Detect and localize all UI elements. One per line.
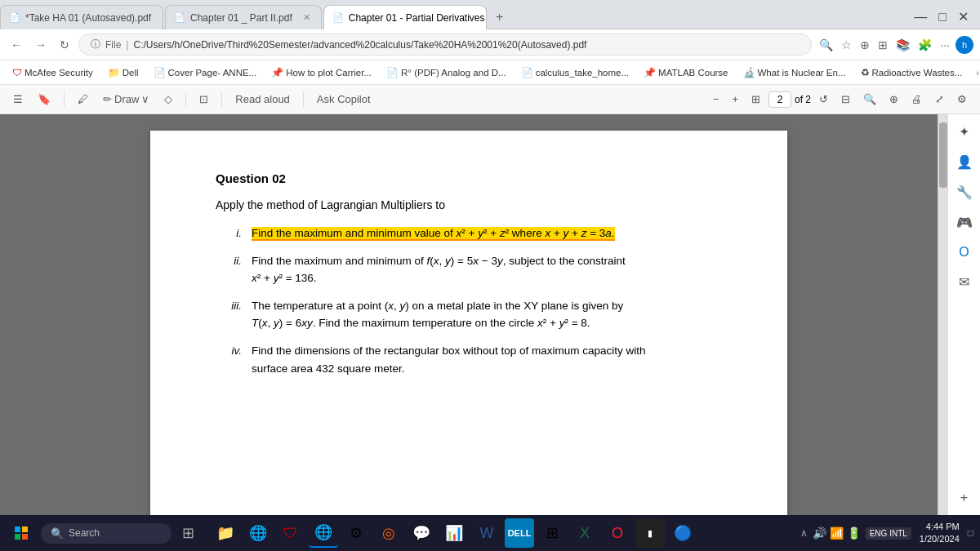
file-protocol: File <box>105 39 121 51</box>
sidebar-games-icon[interactable]: 🎮 <box>953 211 976 233</box>
tray-icon-1[interactable]: 🔊 <box>813 527 826 540</box>
system-clock[interactable]: 4:44 PM 1/20/2024 <box>916 521 963 546</box>
sidebar-tools-icon[interactable]: 🔧 <box>953 181 976 203</box>
taskbar-whatsapp: 💬 <box>407 518 436 548</box>
minimize-button[interactable]: — <box>909 8 932 26</box>
read-mode-icon[interactable]: ⊕ <box>858 36 872 54</box>
scrollbar-thumb[interactable] <box>939 122 947 188</box>
tray-battery-icon[interactable]: 🔋 <box>847 527 861 540</box>
origin-task-btn[interactable]: ◎ <box>374 518 403 548</box>
extensions-icon[interactable]: 🧩 <box>915 36 934 54</box>
sidebar-copilot-icon[interactable]: ✦ <box>956 121 973 143</box>
sidebar-outlook-icon[interactable]: O <box>956 242 972 263</box>
show-hidden-icons-btn[interactable]: ∧ <box>800 527 808 539</box>
taskbar-opera: O <box>603 518 632 548</box>
full-screen-btn[interactable]: ⊕ <box>884 91 903 108</box>
excel-task-btn[interactable]: X <box>570 518 599 548</box>
browser-tabs-icon[interactable]: ⊞ <box>875 36 890 54</box>
tab-close-btn[interactable]: ✕ <box>159 11 163 24</box>
taskbar-chrome: 🔵 <box>668 518 697 548</box>
eraser-btn[interactable]: ◇ <box>159 91 177 108</box>
zoom-out-btn[interactable]: − <box>708 91 724 108</box>
collections-icon[interactable]: 📚 <box>893 36 912 54</box>
question-title: Question 02 <box>216 171 722 185</box>
rotate-btn[interactable]: ⊟ <box>836 91 855 108</box>
tray-wifi-icon[interactable]: 📶 <box>830 527 844 540</box>
ask-copilot-btn[interactable]: Ask Copilot <box>312 91 376 108</box>
sidebar-email-icon[interactable]: ✉ <box>956 271 973 293</box>
more-actions-btn[interactable]: ⤢ <box>930 91 949 108</box>
bookmark-carrier-label: How to plot Carrier... <box>286 68 372 78</box>
tab-take-ha[interactable]: 📄 *Take HA 01 (Autosaved).pdf ✕ <box>0 5 163 29</box>
start-button[interactable] <box>7 518 36 548</box>
search-pdf-btn[interactable]: 🔍 <box>858 91 881 108</box>
prev-page-btn[interactable]: ↺ <box>814 91 833 108</box>
task-view-btn[interactable]: ⊞ <box>173 518 203 548</box>
pdf-viewer[interactable]: Question 02 Apply the method of Lagrangi… <box>0 114 938 515</box>
q-text-iii: The temperature at a point (x, y) on a m… <box>252 297 722 332</box>
maximize-button[interactable]: □ <box>933 8 951 26</box>
highlight-btn[interactable]: 🖊 <box>73 91 93 108</box>
bookmarks-more-btn[interactable]: › <box>971 66 980 79</box>
sidebar-discover-icon[interactable]: 👤 <box>953 151 976 173</box>
grid-task-btn[interactable]: ⊞ <box>537 518 567 548</box>
tab-chapter01-partial[interactable]: 📄 Chapter 01 - Partial Derivatives - ✕ <box>323 5 487 29</box>
refresh-button[interactable]: ↻ <box>56 36 74 54</box>
scrollbar-track[interactable] <box>938 114 947 515</box>
zoom-in-btn[interactable]: + <box>727 91 743 108</box>
menu-toggle-btn[interactable]: ☰ <box>8 91 28 108</box>
tab-close-btn-2[interactable]: ✕ <box>301 11 313 24</box>
url-bar[interactable]: ⓘ File | C:/Users/h/OneDrive/Third%20Sem… <box>78 33 812 56</box>
text-select-btn[interactable]: ⊡ <box>194 91 213 108</box>
svg-rect-1 <box>22 527 28 532</box>
page-number-input[interactable] <box>768 91 791 108</box>
print-btn[interactable]: 🖨 <box>906 91 927 108</box>
settings-pdf-btn[interactable]: ⚙ <box>952 91 972 108</box>
bookmark-nuclear[interactable]: 🔬 What is Nuclear En... <box>737 65 852 80</box>
bookmark-cover[interactable]: 📄 Cover Page- ANNE... <box>148 65 263 80</box>
word-task-btn[interactable]: W <box>472 518 501 548</box>
bookmark-radioactive[interactable]: ♻ Radioactive Wastes... <box>855 65 969 80</box>
mcafee-task-btn[interactable]: 🛡 <box>276 518 305 548</box>
edge-browser-btn[interactable]: 🌐 <box>243 518 273 548</box>
bookmark-calculus[interactable]: 📄 calculus_take_home... <box>515 65 635 80</box>
bookmark-carrier[interactable]: 📌 How to plot Carrier... <box>265 65 377 80</box>
tab-chapter01-part2[interactable]: 📄 Chapter 01 _ Part II.pdf ✕ <box>165 5 322 29</box>
taskbar-powerpoint: 📊 <box>439 518 469 548</box>
taskbar-edge2: 🌐 <box>309 518 338 548</box>
settings-task-btn[interactable]: ⚙ <box>341 518 371 548</box>
notification-btn[interactable]: □ <box>968 527 973 539</box>
language-badge[interactable]: ENG INTL <box>866 527 911 540</box>
file-explorer-btn[interactable]: 📁 <box>211 518 240 548</box>
close-window-button[interactable]: ✕ <box>953 7 973 26</box>
taskbar-black: ▮ <box>635 518 665 548</box>
fit-page-btn[interactable]: ⊞ <box>746 91 765 108</box>
bookmark-pdf-analog[interactable]: 📄 R° (PDF) Analog and D... <box>381 65 512 80</box>
powerpoint-task-btn[interactable]: 📊 <box>439 518 469 548</box>
bookmark-dell[interactable]: 📁 Dell <box>102 65 145 80</box>
back-button[interactable]: ← <box>7 36 26 54</box>
opera-task-btn[interactable]: O <box>603 518 632 548</box>
read-aloud-btn[interactable]: Read aloud <box>230 91 295 108</box>
taskbar-search[interactable]: 🔍 Search <box>41 523 172 544</box>
profile-avatar[interactable]: h <box>956 36 973 54</box>
dell-task-btn[interactable]: DELL <box>505 518 534 548</box>
bookmark-matlab[interactable]: 📌 MATLAB Course <box>638 65 733 80</box>
sidebar-plus-icon[interactable]: + <box>957 487 971 509</box>
forward-button[interactable]: → <box>31 36 51 54</box>
whatsapp-task-btn[interactable]: 💬 <box>407 518 436 548</box>
search-addr-icon[interactable]: 🔍 <box>817 36 835 54</box>
chrome-task-btn[interactable]: 🔵 <box>668 518 697 548</box>
bookmark-label: McAfee Security <box>24 68 93 78</box>
bookmarks-toggle-btn[interactable]: 🔖 <box>33 91 56 108</box>
edge-task-btn[interactable]: 🌐 <box>309 518 338 548</box>
toolbar-right: − + ⊞ of 2 ↺ ⊟ 🔍 ⊕ 🖨 ⤢ ⚙ <box>708 91 972 108</box>
draw-btn[interactable]: ✏ Draw ∨ <box>98 91 154 108</box>
calculus-icon: 📄 <box>521 67 533 78</box>
new-tab-button[interactable]: + <box>488 5 511 29</box>
favorites-icon[interactable]: ☆ <box>839 36 854 54</box>
bookmark-mcafee[interactable]: 🛡 McAfee Security <box>7 65 99 80</box>
more-tools-icon[interactable]: ··· <box>938 36 952 54</box>
pdf-analog-icon: 📄 <box>386 67 399 78</box>
black-app-btn[interactable]: ▮ <box>635 518 665 548</box>
